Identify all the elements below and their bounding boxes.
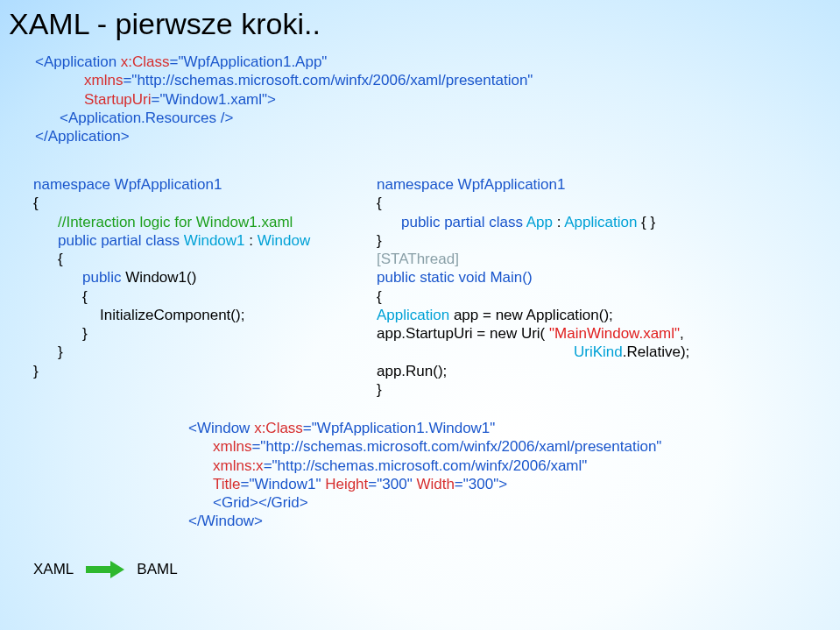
t: Window1() bbox=[125, 269, 196, 286]
arrow-icon bbox=[86, 563, 124, 576]
t: Application bbox=[564, 214, 641, 230]
t: "http://schemas.microsoft.com/winfx/2006… bbox=[272, 457, 588, 474]
t: public bbox=[82, 269, 125, 286]
t: Application bbox=[377, 307, 454, 323]
t: , bbox=[680, 325, 684, 342]
code-line: } bbox=[33, 343, 310, 361]
t: "Window1.xaml" bbox=[159, 91, 267, 108]
t: xmlns bbox=[84, 72, 123, 88]
t: "http://schemas.microsoft.com/winfx/2006… bbox=[260, 438, 661, 455]
t: : bbox=[249, 232, 257, 249]
t: app.StartupUri = new bbox=[377, 325, 521, 342]
code-line: StartupUri="Window1.xaml"> bbox=[35, 90, 533, 109]
slide-title: XAML - pierwsze kroki.. bbox=[9, 7, 321, 41]
code-line: public Window1() bbox=[33, 268, 310, 287]
t: UriKind bbox=[574, 343, 623, 360]
code-line: xmlns="http://schemas.microsoft.com/winf… bbox=[188, 437, 661, 456]
code-line: { bbox=[33, 250, 310, 268]
code-line: } bbox=[377, 380, 689, 399]
code-line: Application app = new Application(); bbox=[377, 306, 689, 324]
t: "WpfApplication1.App" bbox=[179, 53, 328, 70]
code-line: xmlns="http://schemas.microsoft.com/winf… bbox=[35, 71, 533, 89]
code-line: { bbox=[33, 194, 310, 212]
t: StartupUri bbox=[84, 91, 152, 108]
t: "WpfApplication1.Window1" bbox=[312, 420, 496, 436]
code-line: UriKind.Relative); bbox=[377, 343, 689, 361]
t: = bbox=[251, 438, 260, 455]
t: Width bbox=[416, 476, 454, 492]
code-line: </Application> bbox=[35, 127, 533, 145]
t: = bbox=[170, 53, 179, 70]
code-line: <Application.Resources /> bbox=[35, 109, 533, 127]
t: "300" bbox=[377, 476, 416, 492]
code-line: <Grid></Grid> bbox=[188, 493, 661, 512]
t: <Application.Resources bbox=[60, 110, 221, 126]
t: "Window1" bbox=[249, 476, 325, 492]
t: Uri( bbox=[521, 325, 549, 342]
t: = bbox=[368, 476, 377, 492]
t: App bbox=[526, 214, 557, 230]
t: Window1.xaml bbox=[196, 214, 293, 230]
code-window1-cs: namespace WpfApplication1 { //Interactio… bbox=[33, 175, 310, 380]
code-line: } bbox=[33, 324, 310, 343]
t: <Application bbox=[35, 53, 121, 70]
code-line: </Window> bbox=[188, 512, 661, 530]
t: = bbox=[241, 476, 250, 492]
t: </Application> bbox=[35, 128, 130, 145]
baml-label: BAML bbox=[137, 561, 177, 578]
t: public partial class bbox=[401, 214, 526, 230]
t: { } bbox=[641, 214, 655, 230]
footer-flow: XAML BAML bbox=[33, 561, 178, 578]
code-line: namespace WpfApplication1 bbox=[33, 175, 310, 194]
code-line: Title="Window1" Height="300" Width="300"… bbox=[188, 475, 661, 493]
code-line: { bbox=[33, 287, 310, 306]
code-line: <Window x:Class="WpfApplication1.Window1… bbox=[188, 419, 661, 437]
code-line: public partial class App : Application {… bbox=[377, 213, 689, 231]
code-line: app.StartupUri = new Uri( "MainWindow.xa… bbox=[377, 324, 689, 343]
t: = bbox=[455, 476, 463, 492]
t: = bbox=[303, 420, 312, 436]
code-line: } bbox=[377, 231, 689, 250]
code-app-cs: namespace WpfApplication1 { public parti… bbox=[377, 175, 689, 399]
t: Title bbox=[213, 476, 241, 492]
code-line: [STAThread] bbox=[377, 250, 689, 268]
code-line: xmlns:x="http://schemas.microsoft.com/wi… bbox=[188, 457, 661, 475]
xaml-label: XAML bbox=[33, 561, 74, 578]
t: xmlns bbox=[213, 438, 251, 455]
t: xmlns:x bbox=[213, 457, 264, 474]
code-line: InitializeComponent(); bbox=[33, 306, 310, 324]
t: x:Class bbox=[254, 420, 303, 436]
xaml-application-block: <Application x:Class="WpfApplication1.Ap… bbox=[35, 53, 533, 145]
t: > bbox=[267, 91, 276, 108]
code-line: { bbox=[377, 287, 689, 306]
t: Application(); bbox=[526, 307, 613, 323]
t: Window bbox=[258, 232, 310, 249]
code-line: <Application x:Class="WpfApplication1.Ap… bbox=[35, 53, 533, 71]
t: Height bbox=[325, 476, 368, 492]
t: .Relative); bbox=[623, 343, 690, 360]
t: public partial class bbox=[58, 232, 184, 249]
t: = bbox=[264, 457, 272, 474]
t: app = new bbox=[454, 307, 526, 323]
t: = bbox=[123, 72, 131, 88]
code-line: } bbox=[33, 362, 310, 380]
t: //Interaction logic for bbox=[58, 214, 196, 230]
xaml-window-block: <Window x:Class="WpfApplication1.Window1… bbox=[188, 419, 661, 531]
t: "300" bbox=[463, 476, 498, 492]
code-line: public partial class Window1 : Window bbox=[33, 231, 310, 250]
code-line: public static void Main() bbox=[377, 268, 689, 287]
t: "http://schemas.microsoft.com/winfx/2006… bbox=[131, 72, 533, 88]
t: > bbox=[498, 476, 507, 492]
t: Window1 bbox=[184, 232, 250, 249]
code-line: { bbox=[377, 194, 689, 212]
t: x:Class bbox=[121, 53, 170, 70]
t: : bbox=[557, 214, 565, 230]
t: = bbox=[152, 91, 160, 108]
code-line: namespace WpfApplication1 bbox=[377, 175, 689, 194]
t: "MainWindow.xaml" bbox=[549, 325, 680, 342]
t: <Window bbox=[188, 420, 254, 436]
t: /> bbox=[221, 110, 234, 126]
code-line: //Interaction logic for Window1.xaml bbox=[33, 213, 310, 231]
code-line: app.Run(); bbox=[377, 362, 689, 380]
